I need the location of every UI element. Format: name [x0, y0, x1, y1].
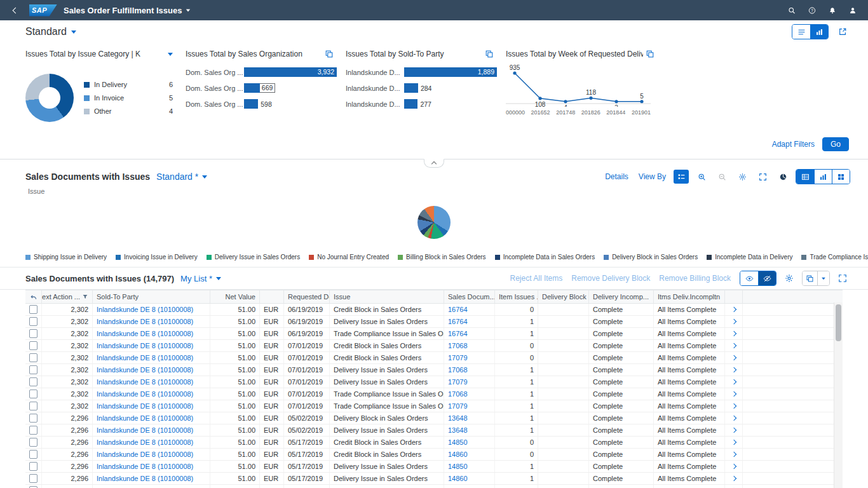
row-checkbox[interactable]: [29, 317, 37, 326]
open-card-fullscreen-button[interactable]: [482, 47, 497, 61]
page-variant-selector[interactable]: Standard: [25, 26, 76, 37]
sold-to-party-link[interactable]: Inlandskunde DE 8 (10100008): [97, 426, 193, 434]
sales-document-link[interactable]: 17079: [448, 378, 468, 386]
sold-to-party-link[interactable]: Inlandskunde DE 8 (10100008): [97, 330, 193, 337]
hide-details-button[interactable]: [758, 271, 776, 285]
export-menu-button[interactable]: [817, 271, 829, 285]
sold-to-party-link[interactable]: Inlandskunde DE 8 (10100008): [97, 451, 193, 458]
sales-document-link[interactable]: 17079: [448, 402, 468, 410]
line-chart-svg[interactable]: 935108411835: [506, 65, 651, 107]
table-row[interactable]: 2,302Inlandskunde DE 8 (10100008)51.00EU…: [25, 316, 843, 328]
row-navigate-chevron[interactable]: [731, 379, 736, 384]
remove-billing-block-button[interactable]: Remove Billing Block: [659, 274, 731, 283]
legend-item[interactable]: Other4: [84, 107, 173, 115]
reject-all-items-button[interactable]: Reject All Items: [510, 274, 563, 283]
table-row[interactable]: 2,302Inlandskunde DE 8 (10100008)51.00EU…: [25, 376, 843, 388]
row-navigate-chevron[interactable]: [731, 416, 736, 421]
chevron-down-icon[interactable]: [168, 53, 173, 56]
chart-settings-button[interactable]: [735, 170, 750, 184]
compact-filters-button[interactable]: [792, 25, 810, 39]
notifications-button[interactable]: [825, 3, 840, 18]
row-checkbox[interactable]: [29, 450, 37, 459]
sales-document-link[interactable]: 16764: [448, 330, 468, 337]
search-button[interactable]: [784, 3, 799, 18]
row-checkbox[interactable]: [29, 402, 37, 410]
row-navigate-chevron[interactable]: [731, 428, 736, 433]
table-variant-selector[interactable]: My List *: [180, 274, 221, 283]
sold-to-party-link[interactable]: Inlandskunde DE 8 (10100008): [97, 354, 193, 362]
sold-to-party-link[interactable]: Inlandskunde DE 8 (10100008): [97, 366, 193, 374]
table-row[interactable]: 2,296Inlandskunde DE 8 (10100008)51.00EU…: [25, 473, 843, 485]
row-navigate-chevron[interactable]: [731, 367, 736, 372]
sales-document-link[interactable]: 13648: [448, 426, 468, 434]
sales-document-link[interactable]: 17079: [448, 354, 468, 362]
sales-document-link[interactable]: 14850: [448, 438, 468, 446]
table-row[interactable]: 2,302Inlandskunde DE 8 (10100008)51.00EU…: [25, 304, 843, 316]
row-navigate-chevron[interactable]: [731, 343, 736, 348]
sold-to-party-link[interactable]: Inlandskunde DE 8 (10100008): [97, 342, 193, 349]
sold-to-party-link[interactable]: Inlandskunde DE 8 (10100008): [97, 414, 193, 422]
sold-to-party-link[interactable]: Inlandskunde DE 8 (10100008): [97, 390, 193, 398]
row-checkbox[interactable]: [29, 329, 37, 338]
view-by-button[interactable]: View By: [636, 172, 668, 181]
line-data-point[interactable]: [640, 100, 643, 103]
details-button[interactable]: Details: [602, 172, 631, 181]
table-row[interactable]: 2,302Inlandskunde DE 8 (10100008)51.00EU…: [25, 340, 843, 352]
table-row[interactable]: 2,302Inlandskunde DE 8 (10100008)51.00EU…: [25, 364, 843, 376]
row-navigate-chevron[interactable]: [731, 440, 736, 445]
row-checkbox[interactable]: [29, 474, 37, 483]
row-checkbox[interactable]: [29, 353, 37, 362]
go-button[interactable]: Go: [822, 137, 849, 151]
zoom-in-button[interactable]: [694, 170, 709, 184]
line-data-point[interactable]: [513, 71, 516, 74]
legend-toggle-button[interactable]: [674, 170, 689, 184]
sold-to-party-link[interactable]: Inlandskunde DE 8 (10100008): [97, 306, 193, 313]
bar[interactable]: [404, 83, 418, 93]
sales-document-link[interactable]: 14860: [448, 475, 468, 482]
line-data-point[interactable]: [564, 100, 567, 103]
column-header-net-value[interactable]: Net Value: [210, 290, 260, 303]
bar[interactable]: [244, 83, 260, 93]
column-header-requested-delivery[interactable]: Requested Del...: [284, 290, 330, 303]
table-row[interactable]: 2,302Inlandskunde DE 8 (10100008)51.00EU…: [25, 400, 843, 412]
sold-to-party-link[interactable]: Inlandskunde DE 8 (10100008): [97, 463, 193, 470]
table-row[interactable]: 2,296Inlandskunde DE 8 (10100008)51.00EU…: [25, 461, 843, 473]
vertical-scrollbar[interactable]: [834, 302, 843, 488]
legend-item[interactable]: Delivery Block in Sales Orders: [604, 254, 698, 261]
copy-button[interactable]: [803, 271, 817, 285]
line-data-point[interactable]: [614, 100, 618, 103]
table-row[interactable]: 2,296Inlandskunde DE 8 (10100008)51.00EU…: [25, 449, 843, 461]
table-fullscreen-button[interactable]: [835, 271, 850, 285]
row-checkbox[interactable]: [29, 305, 37, 314]
row-navigate-chevron[interactable]: [731, 307, 736, 312]
legend-item[interactable]: Incomplete Data in Delivery: [707, 254, 792, 261]
legend-item[interactable]: Delivery Issue in Sales Orders: [207, 254, 301, 261]
table-row[interactable]: 2,302Inlandskunde DE 8 (10100008)51.00EU…: [25, 388, 843, 400]
row-navigate-chevron[interactable]: [731, 319, 736, 324]
sold-to-party-link[interactable]: Inlandskunde DE 8 (10100008): [97, 402, 193, 410]
row-navigate-chevron[interactable]: [731, 355, 736, 360]
table-row[interactable]: 2,296Inlandskunde DE 8 (10100008)51.00EU…: [25, 412, 843, 424]
bar[interactable]: [244, 99, 258, 109]
sold-to-party-link[interactable]: Inlandskunde DE 8 (10100008): [97, 318, 193, 325]
sold-to-party-link[interactable]: Inlandskunde DE 8 (10100008): [97, 438, 193, 446]
chart-type-button[interactable]: [775, 170, 790, 184]
legend-item[interactable]: In Invoice5: [84, 94, 173, 102]
line-data-point[interactable]: [538, 97, 541, 100]
scrollbar-thumb[interactable]: [836, 304, 841, 341]
table-row[interactable]: 2,296Inlandskunde DE 8 (10100008)51.00EU…: [25, 485, 843, 488]
column-header-sales-document[interactable]: Sales Docum...: [444, 290, 495, 303]
row-navigate-chevron[interactable]: [731, 391, 736, 396]
view-chart-button[interactable]: [814, 170, 832, 184]
legend-item[interactable]: No Journal Entry Created: [309, 254, 389, 261]
chart-fullscreen-button[interactable]: [755, 170, 770, 184]
column-header-items-delivery-incompleteness[interactable]: Itms Deliv.Incompltn: [654, 290, 725, 303]
sold-to-party-link[interactable]: Inlandskunde DE 8 (10100008): [97, 378, 193, 386]
zoom-out-button[interactable]: [714, 170, 729, 184]
row-navigate-chevron[interactable]: [731, 331, 736, 336]
row-checkbox[interactable]: [29, 377, 37, 386]
sold-to-party-link[interactable]: Inlandskunde DE 8 (10100008): [97, 475, 193, 482]
issue-category-donut[interactable]: [25, 74, 74, 122]
row-navigate-chevron[interactable]: [731, 403, 736, 409]
column-header-issue[interactable]: Issue: [330, 290, 444, 303]
